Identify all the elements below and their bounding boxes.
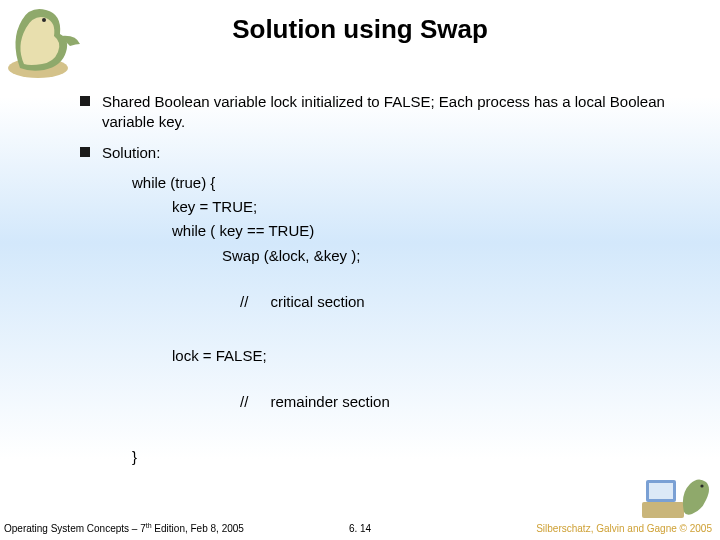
comment-slash: //: [240, 392, 248, 412]
code-block: while (true) { key = TRUE; while ( key =…: [132, 173, 680, 467]
svg-point-5: [700, 484, 703, 487]
code-line: lock = FALSE;: [172, 346, 680, 366]
code-line: }: [132, 447, 680, 467]
comment-text: critical section: [271, 292, 365, 312]
footer-date: Edition, Feb 8, 2005: [152, 523, 244, 534]
svg-rect-4: [649, 483, 673, 499]
code-comment: // remainder section: [132, 392, 680, 412]
square-bullet-icon: [80, 147, 90, 157]
bullet-item: Shared Boolean variable lock initialized…: [80, 92, 680, 133]
code-line: Swap (&lock, &key );: [222, 246, 680, 266]
footer-book-title: Operating System Concepts – 7: [4, 523, 146, 534]
bullet-text: Solution:: [102, 143, 680, 163]
code-line: key = TRUE;: [172, 197, 680, 217]
bullet-item: Solution:: [80, 143, 680, 163]
bullet-text: Shared Boolean variable lock initialized…: [102, 92, 680, 133]
svg-rect-2: [642, 502, 684, 518]
slide-content: Shared Boolean variable lock initialized…: [80, 92, 680, 471]
code-line: while (true) {: [132, 173, 680, 193]
code-line: while ( key == TRUE): [172, 221, 680, 241]
comment-text: remainder section: [271, 392, 390, 412]
footer-left: Operating System Concepts – 7th Edition,…: [4, 522, 244, 534]
code-comment: // critical section: [132, 292, 680, 312]
slide-number: 6. 14: [349, 523, 371, 534]
dinosaur-computer-icon: [640, 466, 714, 522]
square-bullet-icon: [80, 96, 90, 106]
footer-year: 2005: [687, 523, 712, 534]
footer-authors: Silberschatz, Galvin and Gagne: [536, 523, 679, 534]
footer-right: Silberschatz, Galvin and Gagne © 2005: [536, 523, 712, 534]
comment-slash: //: [240, 292, 248, 312]
copyright-symbol: ©: [680, 523, 687, 534]
slide-title: Solution using Swap: [0, 14, 720, 45]
